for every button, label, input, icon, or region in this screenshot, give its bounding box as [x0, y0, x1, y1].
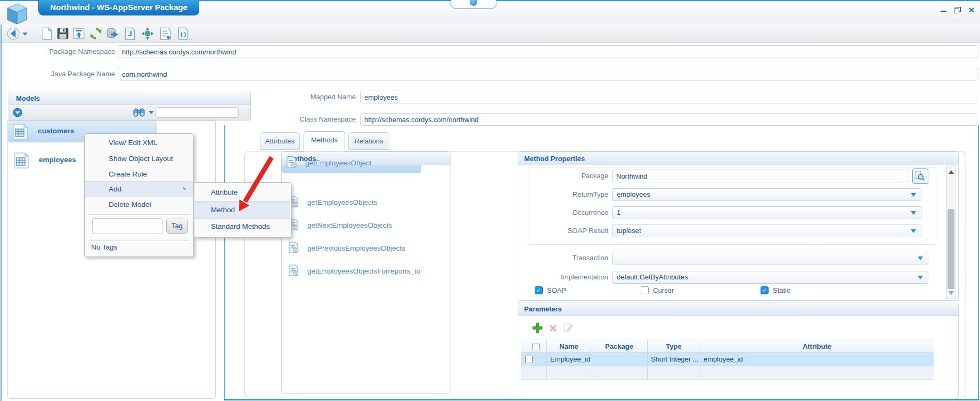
soap-checkbox-label: SOAP — [547, 286, 566, 295]
tab-relations[interactable]: Relations — [348, 132, 389, 150]
soap-result-dropdown[interactable]: tupleset — [612, 224, 921, 237]
cursor-checkbox[interactable] — [641, 286, 649, 294]
method-name[interactable]: getEmployeesObjectsForreports_to — [300, 264, 434, 276]
static-checkbox[interactable]: ✓ — [761, 286, 769, 294]
dropdown-arrow-icon[interactable] — [911, 193, 916, 197]
model-item-label[interactable]: employees — [39, 156, 76, 164]
column-attribute[interactable]: Attribute — [700, 340, 934, 352]
java-package-name-input[interactable] — [118, 68, 978, 81]
method-name[interactable]: getNextEmployeesObjects — [300, 218, 434, 230]
menu-separator — [88, 240, 190, 242]
dropdown-arrow-icon[interactable] — [918, 276, 923, 279]
parameters-panel-title: Parameters — [524, 305, 562, 313]
method-name[interactable]: getEmployeesObject — [298, 156, 432, 167]
method-item[interactable]: getEmployeesObjectsForreports_to — [287, 264, 434, 277]
menu-item-create-rule[interactable]: Create Rule — [85, 167, 193, 182]
method-icon — [285, 156, 298, 169]
models-panel-toolbar — [9, 105, 251, 121]
method-item[interactable]: getEmployeesObjects — [287, 195, 434, 208]
model-item-label[interactable]: customers — [38, 127, 74, 135]
package-input[interactable] — [612, 170, 909, 182]
parameter-row[interactable]: Employee_id Short Integer ... employee_i… — [521, 353, 934, 366]
java-package-name-label: Java Package Name — [32, 68, 115, 81]
implementation-dropdown[interactable]: default:GetByAttributes — [612, 271, 928, 284]
transaction-label: Transaction — [522, 252, 608, 264]
occurrence-dropdown[interactable]: 1 — [612, 206, 921, 219]
svg-text:( ): ( ) — [181, 31, 186, 37]
menu-item-delete-model[interactable]: Delete Model — [85, 197, 193, 212]
menu-item-add[interactable]: Add — [85, 181, 193, 197]
submenu-item-standard-methods[interactable]: Standard Methods — [195, 218, 290, 235]
tag-input[interactable] — [92, 218, 162, 234]
refresh-icon[interactable] — [89, 27, 103, 41]
method-name[interactable]: getEmployeesObjects — [300, 195, 434, 207]
close-button[interactable]: × — [966, 4, 977, 16]
scroll-down-icon[interactable] — [949, 291, 954, 295]
soap-checkbox[interactable]: ✓ — [535, 286, 543, 294]
occurrence-value: 1 — [617, 208, 620, 216]
app-cube-icon — [5, 2, 29, 26]
search-options-caret-icon[interactable] — [149, 111, 154, 114]
models-panel-title: Models — [16, 94, 40, 102]
code-braces-icon[interactable]: ( ) — [176, 27, 190, 41]
dropdown-arrow-icon[interactable] — [911, 229, 916, 233]
param-package — [591, 353, 648, 366]
implementation-value: default:GetByAttributes — [617, 273, 688, 281]
edit-parameter-icon[interactable] — [563, 323, 573, 333]
param-attribute: employee_id — [700, 353, 934, 366]
tab-attributes[interactable]: Attributes — [260, 132, 300, 150]
delete-parameter-icon[interactable] — [549, 324, 558, 333]
new-document-icon[interactable] — [40, 27, 54, 41]
package-namespace-label: Package Namespace — [32, 45, 115, 58]
soap-result-label: SOAP Result — [522, 224, 608, 237]
parameters-panel-header: Parameters — [518, 302, 958, 316]
search-binoculars-icon[interactable] — [133, 107, 145, 118]
dropdown-arrow-icon[interactable] — [918, 256, 923, 260]
database-export-icon[interactable] — [105, 27, 119, 41]
menu-item-view-edit-xml[interactable]: View/ Edit XML — [85, 135, 193, 150]
method-item[interactable]: getNextEmployeesObjects — [287, 218, 434, 231]
collapse-all-icon[interactable] — [13, 108, 22, 117]
method-item[interactable]: getPreviousEmployeesObjects — [287, 241, 434, 254]
import-pin-icon[interactable] — [72, 27, 86, 41]
context-menu: View/ Edit XML Show Object Layout Create… — [84, 133, 194, 257]
package-browse-button[interactable] — [912, 169, 928, 184]
column-name[interactable]: Name — [547, 340, 591, 352]
transaction-dropdown[interactable] — [612, 252, 928, 264]
save-icon[interactable] — [56, 27, 70, 41]
models-search-input[interactable] — [156, 107, 239, 118]
collapse-handle[interactable] — [451, 0, 496, 9]
navigate-back-icon[interactable] — [6, 27, 20, 41]
mapped-name-input[interactable] — [360, 91, 977, 103]
column-package[interactable]: Package — [591, 340, 648, 352]
header-checkbox-cell — [521, 340, 547, 352]
row-checkbox[interactable] — [525, 356, 533, 363]
add-parameter-icon[interactable] — [532, 322, 543, 334]
models-panel-header: Models — [9, 92, 251, 105]
restore-button[interactable] — [954, 7, 961, 13]
tab-methods[interactable]: Methods — [304, 131, 345, 151]
returntype-dropdown[interactable]: employees — [612, 188, 921, 201]
occurrence-label: Occurrence — [522, 206, 608, 219]
column-type[interactable]: Type — [648, 340, 700, 352]
minimize-button[interactable] — [941, 11, 946, 12]
class-namespace-input[interactable] — [360, 113, 977, 126]
tag-button[interactable]: Tag — [166, 219, 188, 234]
navigate-back-dropdown-caret-icon[interactable] — [22, 33, 28, 36]
package-namespace-input[interactable] — [118, 45, 978, 58]
implementation-label: Implementation — [522, 271, 608, 284]
scrollbar-thumb[interactable] — [948, 209, 954, 289]
scroll-up-icon[interactable] — [949, 170, 954, 174]
menu-item-show-object-layout[interactable]: Show Object Layout — [85, 151, 193, 166]
navigator-compass-icon[interactable] — [141, 27, 154, 41]
svg-text:J: J — [128, 30, 132, 38]
window-title: Northwind - WS-AppServer Package — [50, 3, 187, 12]
content-right-border — [978, 125, 979, 400]
document-structure-icon[interactable] — [159, 27, 173, 41]
select-all-checkbox[interactable] — [532, 343, 540, 350]
dropdown-arrow-icon[interactable] — [911, 211, 916, 215]
menu-item-add-label: Add — [109, 185, 121, 193]
properties-scrollbar[interactable] — [946, 166, 956, 299]
java-source-icon[interactable]: J — [123, 27, 137, 41]
method-name[interactable]: getPreviousEmployeesObjects — [300, 241, 434, 253]
